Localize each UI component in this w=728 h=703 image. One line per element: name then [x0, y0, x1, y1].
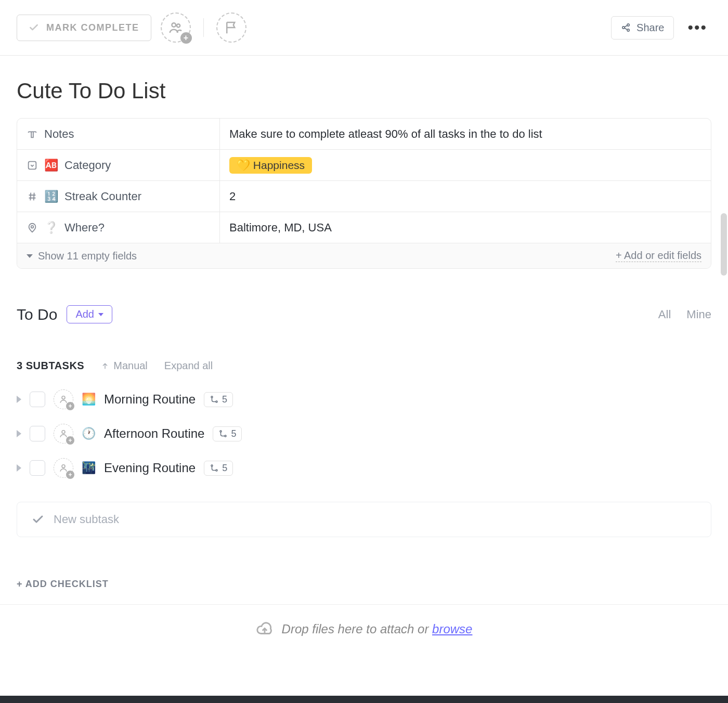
field-row-where: ❔ Where? Baltimore, MD, USA: [17, 212, 711, 243]
toolbar: MARK COMPLETE + Share •••: [0, 0, 728, 56]
field-value-where[interactable]: Baltimore, MD, USA: [220, 212, 711, 243]
svg-point-19: [225, 435, 226, 437]
scrollbar[interactable]: [721, 213, 727, 276]
share-button[interactable]: Share: [611, 16, 674, 40]
subtask-controls: 3 SUBTASKS Manual Expand all: [17, 360, 711, 372]
expand-caret-icon[interactable]: [17, 430, 21, 437]
field-emoji: 🆎: [44, 159, 58, 172]
field-row-streak: 🔢 Streak Counter 2: [17, 181, 711, 212]
svg-line-5: [625, 25, 628, 27]
field-label-text: Notes: [44, 127, 74, 141]
field-label: Notes: [17, 119, 220, 149]
subtask-name[interactable]: Morning Routine: [104, 392, 196, 407]
expand-caret-icon[interactable]: [17, 464, 21, 472]
subtree-icon: [210, 395, 219, 404]
sort-button[interactable]: Manual: [101, 360, 148, 372]
subtask-row: + 🌃 Evening Routine 5: [17, 458, 711, 478]
svg-point-18: [220, 431, 222, 432]
new-subtask-input-row[interactable]: [17, 502, 711, 537]
subtask-name[interactable]: Afternoon Routine: [104, 426, 204, 441]
plus-icon: +: [66, 436, 74, 445]
svg-point-14: [62, 396, 65, 399]
assignees-add-button[interactable]: +: [161, 12, 191, 43]
dropzone-text: Drop files here to attach or: [282, 622, 432, 636]
expand-caret-icon[interactable]: [17, 396, 21, 403]
subtask-checkbox[interactable]: [30, 392, 45, 407]
fields-footer: Show 11 empty fields + Add or edit field…: [17, 243, 711, 268]
text-icon: [27, 128, 38, 140]
assign-user-button[interactable]: +: [54, 389, 73, 409]
todo-section: To Do Add All Mine 3 SUBTASKS Manual Exp…: [0, 269, 728, 537]
dropdown-icon: [27, 160, 38, 171]
plus-icon: +: [66, 402, 74, 410]
browse-link[interactable]: browse: [432, 622, 472, 636]
todo-filters: All Mine: [658, 308, 711, 321]
check-icon: [29, 22, 39, 33]
subtask-emoji: 🌅: [82, 393, 96, 406]
chevron-down-icon: [27, 254, 33, 258]
assign-user-button[interactable]: +: [54, 458, 73, 478]
flag-icon: [224, 20, 239, 35]
svg-point-20: [62, 465, 65, 468]
svg-point-12: [31, 225, 34, 228]
subtask-checkbox[interactable]: [30, 460, 45, 476]
children-count: 5: [222, 394, 227, 405]
todo-heading: To Do: [17, 306, 57, 323]
hash-icon: [27, 191, 38, 202]
attachment-dropzone[interactable]: Drop files here to attach or browse: [0, 604, 728, 654]
custom-fields-table: Notes Make sure to complete atleast 90% …: [17, 118, 711, 269]
field-row-notes: Notes Make sure to complete atleast 90% …: [17, 119, 711, 150]
field-emoji: 🔢: [44, 190, 58, 203]
field-value-streak[interactable]: 2: [220, 181, 711, 212]
add-subtask-button[interactable]: Add: [67, 305, 112, 323]
filter-all[interactable]: All: [658, 308, 671, 321]
subtask-row: + 🕐 Afternoon Routine 5: [17, 424, 711, 444]
field-label: ❔ Where?: [17, 212, 220, 243]
check-icon: [32, 513, 44, 526]
field-label-text: Streak Counter: [64, 190, 141, 203]
field-label: 🔢 Streak Counter: [17, 181, 220, 212]
category-tag: 💛 Happiness: [229, 157, 312, 174]
subtree-icon: [218, 429, 228, 438]
add-label: Add: [75, 308, 94, 320]
notes-text: Make sure to complete atleast 90% of all…: [229, 127, 542, 141]
svg-point-17: [62, 431, 65, 434]
mark-complete-button[interactable]: MARK COMPLETE: [17, 15, 151, 41]
filter-mine[interactable]: Mine: [686, 308, 711, 321]
plus-icon: +: [66, 471, 74, 479]
subtask-children-badge[interactable]: 5: [204, 461, 233, 476]
field-label-text: Category: [64, 159, 111, 172]
arrow-up-icon: [101, 362, 109, 370]
cloud-upload-icon: [256, 620, 274, 638]
priority-flag-button[interactable]: [216, 12, 246, 43]
svg-point-16: [216, 401, 217, 402]
subtask-count: 3 SUBTASKS: [17, 360, 84, 372]
chevron-down-icon: [98, 313, 103, 316]
subtask-children-badge[interactable]: 5: [213, 426, 242, 441]
subtask-checkbox[interactable]: [30, 426, 45, 441]
field-value-notes[interactable]: Make sure to complete atleast 90% of all…: [220, 119, 711, 149]
field-emoji: ❔: [44, 221, 58, 235]
field-label-text: Where?: [64, 221, 105, 235]
add-edit-fields-button[interactable]: + Add or edit fields: [616, 250, 701, 262]
subtask-name[interactable]: Evening Routine: [104, 461, 196, 475]
assign-user-button[interactable]: +: [54, 424, 73, 444]
add-checklist-button[interactable]: + ADD CHECKLIST: [17, 579, 711, 590]
new-subtask-input[interactable]: [54, 513, 696, 526]
field-row-category: 🆎 Category 💛 Happiness: [17, 150, 711, 181]
svg-point-22: [216, 470, 217, 471]
svg-point-0: [172, 23, 176, 27]
more-menu-button[interactable]: •••: [683, 19, 711, 36]
subtask-children-badge[interactable]: 5: [204, 392, 233, 407]
page-title[interactable]: Cute To Do List: [0, 56, 728, 118]
location-icon: [27, 222, 38, 233]
expand-all-button[interactable]: Expand all: [164, 360, 213, 372]
show-empty-fields-button[interactable]: Show 11 empty fields: [27, 250, 137, 262]
show-empty-label: Show 11 empty fields: [38, 250, 137, 262]
mark-complete-label: MARK COMPLETE: [46, 22, 139, 33]
people-icon: [168, 20, 184, 35]
share-label: Share: [636, 22, 664, 34]
field-value-category[interactable]: 💛 Happiness: [220, 150, 711, 180]
todo-header: To Do Add All Mine: [17, 305, 711, 323]
children-count: 5: [222, 463, 227, 474]
